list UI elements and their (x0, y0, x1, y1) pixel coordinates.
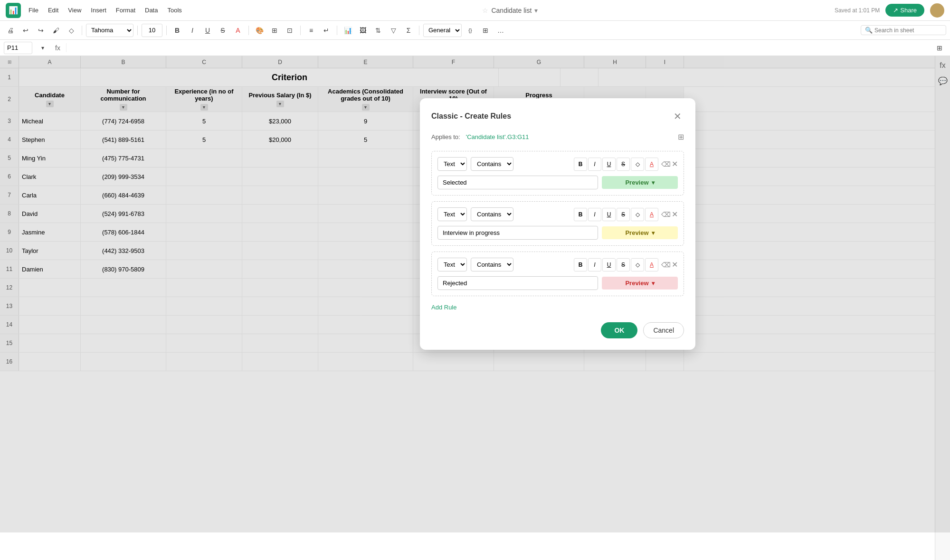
rule-3-value-input[interactable] (437, 276, 598, 290)
menu-view[interactable]: View (64, 5, 85, 16)
rule-3-condition-select[interactable]: Contains (471, 258, 513, 271)
rule-3-preview-button[interactable]: Preview ▾ (602, 277, 678, 289)
rule-1-type-select[interactable]: Text (437, 157, 467, 171)
underline-button[interactable]: U (201, 24, 214, 37)
formula-button[interactable]: {} (464, 24, 477, 37)
rule-3-erase-button[interactable]: ⌫ (661, 261, 671, 269)
image-button[interactable]: 🖼 (356, 24, 370, 37)
rule-3-close-button[interactable]: ✕ (672, 260, 678, 269)
rule-2-fill-button[interactable]: ◇ (631, 208, 644, 221)
rule-2-erase-button[interactable]: ⌫ (661, 211, 671, 218)
rule-2-preview-button[interactable]: Preview ▾ (602, 226, 678, 239)
dialog-title-bar: Classic - Create Rules ✕ (431, 110, 684, 123)
rule-1-italic-button[interactable]: I (588, 158, 601, 171)
rule-1-strikethrough-button[interactable]: S (617, 158, 630, 171)
top-bar: 📊 File Edit View Insert Format Data Tool… (0, 0, 950, 21)
rule-2-underline-button[interactable]: U (602, 208, 616, 221)
text-color-button[interactable]: A (231, 24, 245, 37)
app-icon: 📊 (6, 3, 21, 18)
menu-insert[interactable]: Insert (87, 5, 110, 16)
expand-formula-button[interactable]: ▾ (36, 41, 49, 55)
menu-data[interactable]: Data (141, 5, 162, 16)
border-button[interactable]: ⊞ (268, 24, 281, 37)
rule-1-section: Text Contains B I U S ◇ A ⌫ ✕ (431, 151, 684, 196)
separator-2 (137, 26, 138, 35)
search-icon: 🔍 (865, 27, 873, 34)
dialog-close-button[interactable]: ✕ (671, 110, 684, 123)
menu-file[interactable]: File (25, 5, 42, 16)
rule-1-condition-select[interactable]: Contains (471, 157, 513, 171)
rule-1-close-button[interactable]: ✕ (672, 159, 678, 168)
create-rules-dialog: Classic - Create Rules ✕ Applies to: ⊞ T… (420, 98, 695, 350)
bold-button[interactable]: B (171, 24, 184, 37)
rule-2-bold-button[interactable]: B (574, 208, 587, 221)
font-size-input[interactable] (142, 24, 162, 37)
share-button[interactable]: ↗ Share (885, 4, 924, 17)
rule-2-type-select[interactable]: Text (437, 207, 467, 221)
cell-reference-input[interactable]: P11 (4, 42, 32, 54)
sort-button[interactable]: ⇅ (371, 24, 385, 37)
rule-1-erase-button[interactable]: ⌫ (661, 160, 671, 168)
dialog-overlay[interactable]: Classic - Create Rules ✕ Applies to: ⊞ T… (0, 56, 950, 532)
rule-3-text-color-button[interactable]: A (645, 258, 658, 271)
undo-button[interactable]: ↩ (19, 24, 32, 37)
formula-input[interactable] (70, 43, 154, 52)
formula-expand-button[interactable]: ⊞ (933, 41, 946, 55)
search-input[interactable] (874, 27, 941, 34)
rule-3-fill-button[interactable]: ◇ (631, 258, 644, 271)
align-button[interactable]: ≡ (304, 24, 318, 37)
rule-2-close-button[interactable]: ✕ (672, 210, 678, 219)
avatar[interactable] (930, 3, 944, 18)
rule-3-type-select[interactable]: Text (437, 258, 467, 271)
rule-1-preview-button[interactable]: Preview ▾ (602, 176, 678, 189)
fill-color-button[interactable]: 🎨 (253, 24, 266, 37)
rule-2-top: Text Contains B I U S ◇ A ⌫ ✕ (437, 207, 678, 221)
rule-3-bold-button[interactable]: B (574, 258, 587, 271)
rule-3-top: Text Contains B I U S ◇ A ⌫ ✕ (437, 258, 678, 271)
menu-format[interactable]: Format (112, 5, 139, 16)
chart-button[interactable]: 📊 (341, 24, 354, 37)
extra-button[interactable]: … (494, 24, 507, 37)
format-paint-button[interactable]: 🖌 (49, 24, 63, 37)
add-rule-button[interactable]: Add Rule (431, 302, 456, 313)
separator-1 (82, 26, 82, 35)
clear-format-button[interactable]: ◇ (65, 24, 78, 37)
dialog-footer: OK Cancel (431, 322, 684, 338)
italic-button[interactable]: I (186, 24, 199, 37)
rule-1-bottom: Preview ▾ (437, 176, 678, 189)
rule-2-italic-button[interactable]: I (588, 208, 601, 221)
rule-3-underline-button[interactable]: U (602, 258, 616, 271)
separator-5 (300, 26, 301, 35)
rule-1-underline-button[interactable]: U (602, 158, 616, 171)
rule-2-strikethrough-button[interactable]: S (617, 208, 630, 221)
sum-button[interactable]: Σ (402, 24, 415, 37)
rule-1-value-input[interactable] (437, 176, 598, 189)
more-formats-button[interactable]: ⊞ (479, 24, 492, 37)
rule-3-italic-button[interactable]: I (588, 258, 601, 271)
merge-button[interactable]: ⊡ (283, 24, 296, 37)
toolbar: 🖨 ↩ ↪ 🖌 ◇ Tahoma B I U S A 🎨 ⊞ ⊡ ≡ ↵ 📊 🖼… (0, 21, 950, 40)
rule-2-value-input[interactable] (437, 226, 598, 240)
rule-3-strikethrough-button[interactable]: S (617, 258, 630, 271)
rule-2-text-color-button[interactable]: A (645, 208, 658, 221)
ok-button[interactable]: OK (601, 322, 637, 338)
chevron-down-icon[interactable]: ▾ (534, 7, 538, 14)
number-format-select[interactable]: General (423, 24, 462, 37)
rule-2-condition-select[interactable]: Contains (471, 207, 513, 221)
menu-edit[interactable]: Edit (44, 5, 62, 16)
grid-select-icon[interactable]: ⊞ (678, 132, 684, 141)
menu-tools[interactable]: Tools (163, 5, 185, 16)
wrap-button[interactable]: ↵ (320, 24, 333, 37)
rule-1-bold-button[interactable]: B (574, 158, 587, 171)
filter-button[interactable]: ▽ (387, 24, 400, 37)
strikethrough-button[interactable]: S (216, 24, 229, 37)
cancel-button[interactable]: Cancel (643, 322, 684, 338)
print-button[interactable]: 🖨 (4, 24, 17, 37)
fx-label: fx (53, 44, 62, 52)
applies-to-input[interactable] (466, 133, 672, 140)
font-family-select[interactable]: Tahoma (86, 24, 133, 37)
rule-1-fill-button[interactable]: ◇ (631, 158, 644, 171)
star-icon[interactable]: ☆ (482, 7, 488, 14)
redo-button[interactable]: ↪ (34, 24, 48, 37)
rule-1-text-color-button[interactable]: A (645, 158, 658, 171)
